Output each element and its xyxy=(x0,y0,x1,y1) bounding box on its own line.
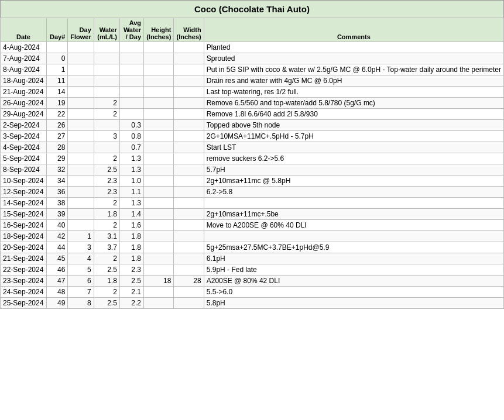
table-row: 23-Sep-20244761.82.51828A200SE @ 80% 42 … xyxy=(1,276,504,287)
table-row: 4-Sep-2024280.7Start LST xyxy=(1,142,504,153)
flower-header: DayFlower xyxy=(68,18,94,42)
title-row: Coco (Chocolate Thai Auto) xyxy=(0,0,504,18)
table-row: 2-Sep-2024260.3Topped above 5th node xyxy=(1,120,504,131)
avgwater-header: AvgWater/ Day xyxy=(119,18,143,42)
table-row: 25-Sep-20244982.52.25.8pH xyxy=(1,298,504,309)
table-row: 21-Sep-202445421.86.1pH xyxy=(1,253,504,264)
table-row: 15-Sep-2024391.81.42g+10msa+11mc+.5be xyxy=(1,209,504,220)
table-row: 16-Sep-20244021.6Move to A200SE @ 60% 40… xyxy=(1,220,504,231)
table-row: 10-Sep-2024342.31.02g+10msa+11mc @ 5.8pH xyxy=(1,175,504,187)
table-row: 7-Aug-20240Sprouted xyxy=(1,53,504,64)
date-header: Date xyxy=(1,18,47,42)
table-row: 4-Aug-2024Planted xyxy=(1,42,504,53)
table-row: 21-Aug-202414Last top-watering, res 1/2 … xyxy=(1,87,504,98)
table-row: 5-Sep-20242921.3remove suckers 6.2->5.6 xyxy=(1,153,504,164)
width-header: Width(Inches) xyxy=(174,18,204,42)
table-row: 18-Sep-20244213.11.8 xyxy=(1,231,504,242)
table-row: 24-Sep-202448722.15.5->6.0 xyxy=(1,287,504,298)
day-header: Day# xyxy=(46,18,67,42)
water-header: Water(mL/L) xyxy=(94,18,119,42)
height-header: Height(Inches) xyxy=(144,18,174,42)
table-row: 3-Sep-20242730.82G+10MSA+11MC+.5pHd - 5.… xyxy=(1,131,504,142)
table-row: 14-Sep-20243821.3 xyxy=(1,198,504,209)
table-row: 22-Sep-20244652.52.35.9pH - Fed late xyxy=(1,264,504,276)
comments-header: Comments xyxy=(204,18,503,42)
page-title: Coco (Chocolate Thai Auto) xyxy=(194,4,310,14)
table-row: 20-Sep-20244433.71.85g+25msa+27.5MC+3.7B… xyxy=(1,242,504,253)
table-row: 12-Sep-2024362.31.16.2->5.8 xyxy=(1,187,504,198)
table-row: 18-Aug-202411Drain res and water with 4g… xyxy=(1,75,504,87)
table-row: 26-Aug-2024192Remove 6.5/560 and top-wat… xyxy=(1,98,504,109)
table-row: 8-Sep-2024322.51.35.7pH xyxy=(1,164,504,175)
table-row: 8-Aug-20241Put in 5G SIP with coco & wat… xyxy=(1,64,504,75)
table-row: 29-Aug-2024222Remove 1.8l 6.6/640 add 2l… xyxy=(1,109,504,120)
